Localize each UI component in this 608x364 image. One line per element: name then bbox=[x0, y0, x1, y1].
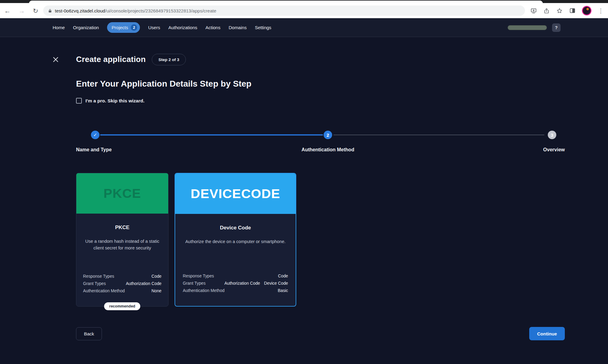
detail-value: None bbox=[151, 287, 162, 295]
nav-item-projects[interactable]: Projects 2 bbox=[107, 22, 140, 33]
browser-toolbar: ← → ↻ test-0o6zvq.zitadel.cloud/ui/conso… bbox=[0, 3, 608, 18]
nav-item-actions[interactable]: Actions bbox=[206, 25, 221, 30]
projects-count-badge: 2 bbox=[131, 24, 137, 31]
detail-label: Grant Types bbox=[83, 280, 106, 287]
nav-item-domains[interactable]: Domains bbox=[229, 25, 247, 30]
browser-menu-icon[interactable]: ⋮ bbox=[598, 8, 604, 14]
devicecode-card-description: Authorize the device on a computer or sm… bbox=[183, 238, 288, 245]
detail-value: Authorization Code bbox=[224, 280, 260, 287]
browser-actions: ⋮ bbox=[530, 7, 604, 15]
browser-reload-icon[interactable]: ↻ bbox=[33, 8, 38, 14]
url-text: test-0o6zvq.zitadel.cloud/ui/console/pro… bbox=[55, 8, 216, 13]
detail-row: Grant Types Authorization Code Device Co… bbox=[183, 280, 288, 287]
back-button[interactable]: Back bbox=[76, 327, 102, 340]
detail-value: Code bbox=[278, 273, 288, 280]
detail-value: Device Code bbox=[264, 280, 288, 287]
console-nav-right: ? bbox=[508, 23, 561, 32]
console-nav-items: Home Organization Projects 2 Users Autho… bbox=[53, 22, 271, 33]
step-1-circle[interactable]: ✓ bbox=[91, 131, 99, 139]
detail-label: Response Types bbox=[83, 273, 114, 280]
auth-method-card-pkce[interactable]: PKCE PKCE Use a random hash instead of a… bbox=[76, 173, 169, 307]
auth-method-cards: PKCE PKCE Use a random hash instead of a… bbox=[76, 173, 296, 307]
nav-item-authorizations[interactable]: Authorizations bbox=[168, 25, 197, 30]
side-panel-icon[interactable] bbox=[569, 8, 575, 14]
step-2-label: Authentication Method bbox=[267, 147, 389, 153]
detail-row: Authentication Method None bbox=[83, 287, 162, 295]
screen: ← → ↻ test-0o6zvq.zitadel.cloud/ui/conso… bbox=[0, 0, 608, 364]
close-icon[interactable] bbox=[52, 56, 59, 63]
browser-tab-strip bbox=[0, 0, 608, 3]
nav-item-settings[interactable]: Settings bbox=[255, 25, 271, 30]
step-2-circle[interactable]: 2 bbox=[324, 131, 332, 139]
detail-label: Grant Types bbox=[183, 280, 206, 287]
detail-row: Grant Types Authorization Code bbox=[83, 280, 162, 287]
auth-method-card-devicecode[interactable]: DEVICECODE Device Code Authorize the dev… bbox=[175, 173, 296, 307]
skip-wizard-checkbox[interactable] bbox=[76, 98, 82, 104]
pkce-card-details: Response Types Code Grant Types Authoriz… bbox=[83, 273, 162, 295]
step-badge: Step 2 of 3 bbox=[152, 54, 186, 65]
devicecode-card-details: Response Types Code Grant Types Authoriz… bbox=[183, 273, 288, 294]
help-button[interactable]: ? bbox=[552, 23, 561, 32]
nav-item-users[interactable]: Users bbox=[148, 25, 160, 30]
step-3-label: Overview bbox=[543, 147, 565, 153]
wizard-stepper: ✓ 2 3 Name and Type Authentication Metho… bbox=[76, 131, 565, 157]
detail-value: Basic bbox=[278, 287, 288, 294]
step-3-circle[interactable]: 3 bbox=[548, 131, 556, 139]
wizard-footer: Back Continue bbox=[76, 327, 565, 340]
bookmark-star-icon[interactable] bbox=[556, 8, 563, 14]
detail-value: Authorization Code bbox=[126, 280, 162, 287]
step-1-label: Name and Type bbox=[76, 147, 112, 153]
detail-label: Response Types bbox=[183, 273, 214, 280]
continue-button[interactable]: Continue bbox=[529, 327, 565, 340]
detail-label: Authentication Method bbox=[83, 287, 125, 295]
browser-back-icon[interactable]: ← bbox=[4, 8, 11, 14]
console-nav: Home Organization Projects 2 Users Autho… bbox=[0, 18, 608, 37]
install-app-icon[interactable] bbox=[530, 8, 537, 14]
url-domain: test-0o6zvq.zitadel.cloud bbox=[55, 8, 105, 13]
browser-nav-controls: ← → ↻ bbox=[4, 8, 38, 14]
skip-wizard-row[interactable]: I'm a pro. Skip this wizard. bbox=[76, 98, 144, 104]
browser-chrome: ← → ↻ test-0o6zvq.zitadel.cloud/ui/conso… bbox=[0, 0, 608, 18]
detail-row: Response Types Code bbox=[183, 273, 288, 280]
pkce-card-body: PKCE Use a random hash instead of a stat… bbox=[76, 214, 168, 306]
browser-profile-avatar[interactable] bbox=[583, 7, 591, 15]
detail-row: Authentication Method Basic bbox=[183, 287, 288, 294]
wizard-subtitle: Enter Your Application Details Step by S… bbox=[76, 79, 252, 89]
devicecode-card-body: Device Code Authorize the device on a co… bbox=[175, 214, 296, 306]
devicecode-banner: DEVICECODE bbox=[175, 173, 296, 214]
devicecode-card-title: Device Code bbox=[183, 225, 288, 231]
share-icon[interactable] bbox=[544, 8, 550, 14]
detail-row: Response Types Code bbox=[83, 273, 162, 280]
detail-label: Authentication Method bbox=[183, 287, 224, 294]
lock-icon bbox=[48, 9, 52, 13]
pkce-banner: PKCE bbox=[76, 173, 168, 214]
detail-value: Code bbox=[151, 273, 162, 280]
nav-item-home[interactable]: Home bbox=[53, 25, 65, 30]
skip-wizard-label: I'm a pro. Skip this wizard. bbox=[85, 98, 144, 104]
stepper-line-upcoming bbox=[333, 135, 544, 135]
org-context-skeleton[interactable] bbox=[508, 25, 547, 30]
wizard-main: Create application Step 2 of 3 Enter You… bbox=[0, 37, 608, 364]
pkce-card-title: PKCE bbox=[83, 225, 162, 231]
url-path: /ui/console/projects/232684979153322813/… bbox=[105, 8, 216, 13]
pkce-card-description: Use a random hash instead of a static cl… bbox=[83, 238, 162, 252]
address-bar[interactable]: test-0o6zvq.zitadel.cloud/ui/console/pro… bbox=[43, 5, 525, 16]
stepper-line-done bbox=[100, 134, 323, 136]
nav-item-projects-label: Projects bbox=[112, 25, 128, 30]
browser-forward-icon[interactable]: → bbox=[19, 8, 25, 14]
recommended-chip: recommended bbox=[104, 302, 140, 310]
nav-item-organization[interactable]: Organization bbox=[73, 25, 99, 30]
page-title: Create application bbox=[76, 55, 146, 64]
